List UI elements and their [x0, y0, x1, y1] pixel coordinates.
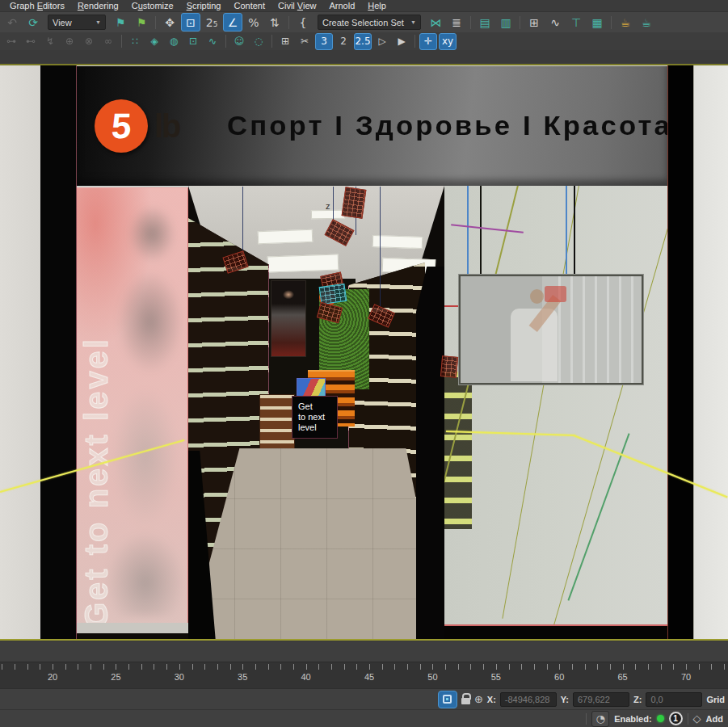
tv-screen[interactable] [459, 275, 643, 385]
absolute-mode-icon[interactable]: ⊕ [474, 693, 483, 705]
z-axis-label: z [326, 201, 330, 211]
ribbon-icon[interactable]: ⊞ [524, 13, 544, 32]
select-and-move-icon[interactable]: ✥ [160, 13, 179, 32]
perspective-viewport[interactable]: 5 lb Спорт I Здоровье I Красота 5 [0, 64, 728, 641]
select-object-icon[interactable]: ⊡ [181, 13, 200, 32]
isolate-selection-button[interactable] [438, 691, 457, 708]
scene-explorer-icon[interactable]: ▤ [475, 13, 494, 32]
y-label: Y: [561, 695, 569, 704]
select-link-tool-icon[interactable]: ⊶ [2, 33, 20, 50]
align-icon[interactable]: ≣ [447, 13, 466, 32]
frame-tick [673, 664, 674, 670]
y-coordinate-field[interactable]: 679,622 [573, 692, 629, 707]
snaps-toggle-icon[interactable]: 2₅ [202, 13, 221, 32]
selected-crate[interactable] [319, 284, 347, 305]
menu-scripting[interactable]: Scripting [180, 1, 228, 11]
dashed-circle-tool-icon[interactable]: ◌ [250, 33, 267, 50]
frame-tick [483, 664, 484, 670]
frame-tick [724, 664, 725, 670]
diamond-tool-icon[interactable]: ◈ [145, 33, 163, 50]
schematic-view-icon[interactable]: ⊤ [566, 13, 586, 32]
selection-set-dropdown[interactable]: Create Selection Set ▼ [318, 15, 421, 30]
snap-2d-icon[interactable]: 2 [335, 33, 352, 50]
z-coordinate-field[interactable]: 0,0 [646, 692, 702, 707]
frame-tick [597, 664, 598, 670]
percent-snap-arrow-icon[interactable]: ▶ [393, 33, 410, 50]
snap-cut-icon[interactable]: ✂ [296, 33, 314, 50]
sphere-tool-icon[interactable]: ◍ [165, 33, 183, 50]
promo-sign[interactable]: Get to next level [292, 396, 338, 439]
hanging-crate[interactable] [440, 355, 458, 378]
loop-tool-icon[interactable]: ∞ [99, 33, 117, 50]
motion-tool-icon[interactable]: ∿ [204, 33, 221, 50]
menu-arnold[interactable]: Arnold [323, 1, 362, 11]
frame-label: 40 [301, 672, 310, 682]
frame-tick [369, 664, 370, 670]
layer-explorer-icon[interactable]: ▥ [496, 13, 515, 32]
pivot-tool-icon[interactable]: ⊕ [61, 33, 78, 50]
angle-snap-icon[interactable]: ∠ [223, 13, 242, 32]
unlink-selection-icon[interactable]: ⚑ [132, 13, 151, 32]
track-bar[interactable] [0, 642, 728, 662]
hanging-crate[interactable] [342, 187, 367, 218]
percent-snap-icon[interactable]: % [244, 13, 263, 32]
add-button[interactable]: Add [706, 714, 723, 724]
storefront-sign[interactable]: 5 lb Спорт I Здоровье I Красота [77, 66, 667, 186]
door-frame-right[interactable] [416, 267, 444, 641]
render-frame-icon[interactable]: ☕ [637, 13, 656, 32]
frame-label: 70 [681, 672, 691, 682]
wood-display-shelf[interactable] [259, 394, 295, 452]
exterior-wall-left[interactable] [0, 65, 40, 641]
render-setup-icon[interactable]: ☕ [616, 13, 635, 32]
break-link-tool-icon[interactable]: ⊷ [22, 33, 40, 50]
ceiling-light[interactable] [258, 229, 314, 244]
display-tool-icon[interactable]: ⊡ [184, 33, 202, 50]
menu-rendering[interactable]: Rendering [71, 1, 125, 11]
timeline-ruler[interactable]: 2025303540455055606570 [0, 662, 728, 688]
angle-snap-arrow-icon[interactable]: ▷ [373, 33, 391, 50]
undo-icon[interactable]: ↶ [2, 13, 22, 32]
redo-icon[interactable]: ⟳ [23, 13, 43, 32]
axis-constraint-icon[interactable]: ✛ [419, 33, 437, 50]
view-dropdown[interactable]: View ▼ [48, 15, 106, 30]
frame-tick [458, 664, 459, 670]
curve-editor-icon[interactable]: ∿ [545, 13, 565, 32]
exterior-wall-right[interactable] [693, 65, 728, 641]
spinner-snap-icon[interactable]: ⇅ [265, 13, 284, 32]
menu-graph-editors[interactable]: Graph Editors [3, 1, 71, 11]
menu-help[interactable]: Help [361, 1, 393, 11]
glass-panel-left[interactable]: Get to next level [77, 187, 188, 623]
storefront-pillar-left[interactable] [40, 65, 77, 641]
material-sphere-icon[interactable]: ◔ [591, 711, 609, 727]
storefront-pillar-right[interactable] [667, 65, 693, 641]
named-selection-sets-icon[interactable]: { [293, 13, 313, 32]
mirror-icon[interactable]: ⋈ [426, 13, 445, 32]
frame-tick [470, 664, 471, 670]
glass-panel-right[interactable] [444, 186, 667, 626]
constraint-tool-icon[interactable]: ⊗ [80, 33, 98, 50]
material-editor-icon[interactable]: ▦ [587, 13, 607, 32]
menu-content[interactable]: Content [227, 1, 271, 11]
grid-snap-icon[interactable]: ⊞ [276, 33, 294, 50]
bind-spacewarp-icon[interactable]: ↯ [41, 33, 59, 50]
ceiling-light[interactable] [311, 210, 345, 220]
frame-tick [116, 664, 116, 670]
menu-civil-view[interactable]: Civil View [271, 1, 323, 11]
snap-3d-icon[interactable]: 3 [315, 33, 333, 50]
enabled-indicator[interactable] [657, 715, 664, 722]
ceiling-light[interactable] [267, 254, 339, 272]
menu-customize[interactable]: Customize [125, 1, 180, 11]
store-interior[interactable]: 5 Get to next level z [188, 186, 444, 641]
interior-poster[interactable] [271, 280, 306, 357]
key-count-button[interactable]: 1 [669, 712, 683, 725]
select-and-link-icon[interactable]: ⚑ [111, 13, 130, 32]
frame-tick [661, 664, 662, 670]
x-coordinate-field[interactable]: -84946,828 [500, 692, 557, 707]
selection-lock-icon[interactable] [461, 698, 470, 704]
xy-constraint-icon[interactable]: xy [439, 33, 457, 50]
capture-tool-icon[interactable]: ☺ [230, 33, 248, 50]
frame-tick [356, 664, 357, 670]
frame-tick [204, 664, 205, 670]
snap-25d-icon[interactable]: 2.5 [354, 33, 372, 50]
particle-tools-icon[interactable]: ∷ [126, 33, 144, 50]
